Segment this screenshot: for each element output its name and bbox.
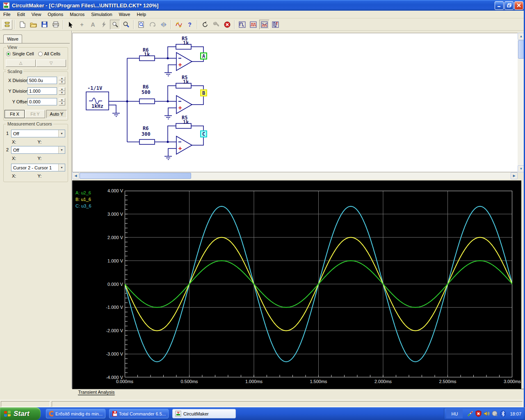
resistor-value: 1k [144, 52, 150, 57]
output-probe-b: B [202, 90, 205, 96]
step-waveform-button[interactable] [270, 20, 281, 30]
schematic-horizontal-scrollbar[interactable]: ◀ ▶ [72, 172, 518, 179]
tab-transient-analysis[interactable]: Transient Analysis [74, 389, 119, 395]
task-button-circuitmaker[interactable]: CircuitMaker [172, 409, 236, 418]
cursor1-number: 1 [6, 131, 9, 136]
auto-y-button[interactable]: Auto Y [46, 110, 67, 118]
delete-tool-button[interactable] [99, 20, 109, 30]
page-magnifier-icon [138, 21, 144, 28]
y-division-spinner: ▲▼ [59, 87, 65, 95]
waveform-panel[interactable]: A: u2_6B: u1_6C: u3_6 4.000 V3.000 V2.00… [72, 180, 521, 389]
preview-button[interactable] [136, 20, 146, 30]
menu-item-edit[interactable]: Edit [14, 11, 28, 18]
split-view-button[interactable] [158, 20, 169, 30]
audio-config-icon[interactable] [491, 410, 498, 417]
menu-item-wave[interactable]: Wave [116, 11, 134, 18]
spin-down-button[interactable]: ▼ [59, 91, 65, 95]
save-button[interactable] [39, 20, 50, 30]
tablet-pen-icon[interactable] [467, 410, 474, 417]
menu-item-options[interactable]: Options [44, 11, 66, 18]
scope-probe-mode-button[interactable] [237, 20, 247, 30]
cursor2-select[interactable]: Off ▼ [11, 146, 65, 154]
task-label: Total Commander 6.5... [119, 411, 166, 416]
menu-item-macros[interactable]: Macros [66, 11, 88, 18]
rotate-button[interactable] [147, 20, 158, 30]
help-button[interactable]: ? [185, 20, 195, 30]
help-icon: ? [188, 21, 192, 28]
cursor1-xy-row: X: Y: [12, 139, 61, 144]
open-file-button[interactable] [28, 20, 39, 30]
next-cell-button[interactable]: ▽ [36, 59, 66, 67]
new-file-button[interactable] [17, 20, 27, 30]
restore-button[interactable] [504, 1, 514, 10]
previous-cell-button[interactable]: △ [6, 59, 36, 67]
toolbar: + A ? [0, 18, 525, 31]
volume-icon[interactable] [483, 410, 490, 417]
reset-button[interactable] [200, 20, 210, 30]
fit-x-button[interactable]: Fit X [5, 110, 25, 118]
scroll-right-icon[interactable]: ▶ [511, 172, 518, 179]
status-bar [0, 400, 525, 407]
spin-up-button[interactable]: ▲ [59, 98, 65, 102]
cursor1-select[interactable]: Off ▼ [11, 130, 65, 137]
spin-down-button[interactable]: ▼ [59, 80, 65, 84]
toolbar-separator [171, 20, 171, 29]
fit-y-button[interactable]: Fit Y [25, 110, 45, 118]
digital-waveform-button[interactable] [248, 20, 258, 30]
vertical-scroll-thumb[interactable] [518, 40, 524, 59]
cursor-diff-select[interactable]: Cursor 2 - Cursor 1 ▼ [11, 164, 65, 171]
horizontal-scroll-thumb[interactable] [80, 173, 191, 179]
chevron-down-icon[interactable]: ▼ [58, 146, 65, 153]
text-tool-button[interactable]: A [88, 20, 98, 30]
y-division-input[interactable] [27, 87, 57, 95]
chevron-down-icon[interactable]: ▼ [58, 164, 65, 171]
schematic-canvas[interactable]: -1/1V 1kHz R6 1k R5 1k R6 500 R5 1k R6 3… [72, 33, 518, 172]
zoom-tool-button[interactable] [121, 20, 131, 30]
tab-wave[interactable]: Wave [3, 34, 22, 43]
all-cells-radio[interactable] [38, 52, 43, 56]
menu-item-help[interactable]: Help [133, 11, 149, 18]
language-indicator[interactable]: HU [446, 409, 463, 418]
bluetooth-icon[interactable] [500, 410, 507, 417]
y-offset-input[interactable] [27, 98, 57, 105]
options-wrench-button[interactable] [211, 20, 221, 30]
scroll-left-icon[interactable]: ◀ [72, 172, 79, 179]
new-file-icon [20, 21, 25, 28]
probe-tool-button[interactable] [110, 20, 120, 30]
spin-up-button[interactable]: ▲ [59, 77, 65, 80]
print-button[interactable] [50, 20, 61, 30]
task-button-total-commander[interactable]: Total Commander 6.5... [109, 409, 169, 418]
spin-up-button[interactable]: ▲ [59, 87, 65, 91]
menu-item-file[interactable]: File [0, 11, 14, 18]
check-signals-button[interactable] [173, 20, 184, 30]
task-button-browser[interactable]: Erősítő mindig és min... [46, 409, 105, 418]
security-shield-icon[interactable] [475, 410, 482, 417]
single-cell-radio[interactable] [6, 52, 11, 56]
cursor1-x-label: X: [12, 139, 16, 144]
task-label: Erősítő mindig és min... [55, 411, 103, 416]
mixed-waveform-button[interactable] [259, 20, 269, 30]
parts-bin-icon [4, 21, 11, 28]
menu-item-view[interactable]: View [28, 11, 45, 18]
task-label: CircuitMaker [183, 411, 209, 416]
x-division-input[interactable] [27, 77, 57, 84]
cursor-arrow-icon [68, 21, 73, 28]
stop-simulation-button[interactable] [222, 20, 232, 30]
parts-bin-button[interactable] [2, 20, 12, 30]
x-tick-label: 3.000ms [504, 379, 521, 384]
toolbar-separator [234, 20, 235, 29]
spin-down-button[interactable]: ▼ [59, 102, 65, 105]
select-tool-button[interactable] [66, 20, 76, 30]
resistor-value: 300 [142, 131, 151, 137]
start-button[interactable]: Start [0, 407, 41, 420]
menu-item-simulation[interactable]: Simulation [88, 11, 115, 18]
minimize-button[interactable] [495, 1, 504, 10]
chevron-down-icon[interactable]: ▼ [58, 130, 65, 137]
resistor-value: 1k [183, 119, 189, 125]
toolbar-separator [14, 20, 15, 29]
close-button[interactable] [514, 1, 523, 10]
cursor-diff-y-label: Y: [37, 173, 41, 178]
x-tick-label: 0.000ms [116, 379, 133, 384]
tray-clock: 18:07 [510, 411, 521, 416]
wire-tool-button[interactable]: + [77, 20, 87, 30]
